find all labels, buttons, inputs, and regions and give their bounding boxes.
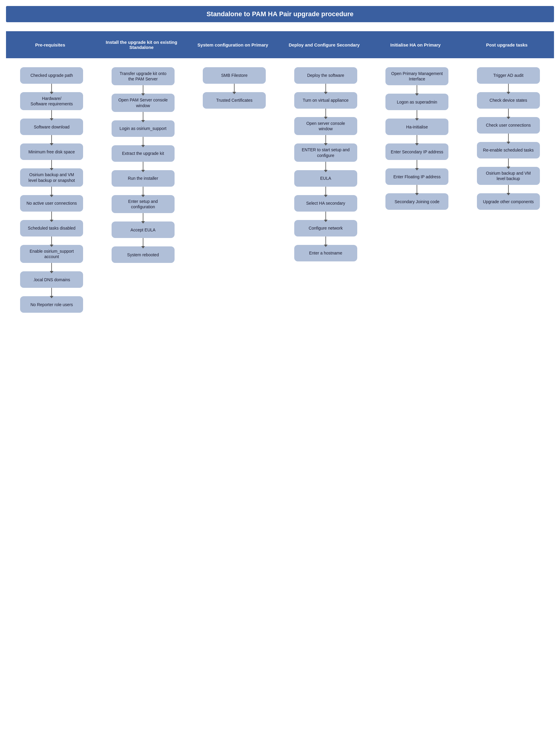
step-node: ENTER to start setup and configure xyxy=(294,143,357,161)
arrow-down xyxy=(508,109,509,117)
column-col4: Deploy and Configure SecondaryDeploy the… xyxy=(280,31,372,261)
step-node: Open PAM Server console window xyxy=(112,94,175,112)
columns-wrapper: Pre-requisitesChecked upgrade pathHardwa… xyxy=(6,31,554,313)
arrow-down xyxy=(143,137,143,145)
arrow-down xyxy=(51,288,52,296)
step-wrapper: Login as osirium_support xyxy=(112,120,175,145)
arrow-down xyxy=(508,84,509,92)
step-node: Check user connections xyxy=(477,117,540,133)
step-wrapper: Osirium backup and VM level backup or sn… xyxy=(20,168,83,195)
step-wrapper: Configure network xyxy=(294,220,357,245)
step-wrapper: Software download xyxy=(20,118,83,143)
step-wrapper: Hardware/ Software requirements xyxy=(20,92,83,118)
arrow-down xyxy=(417,185,417,193)
arrow-down xyxy=(417,110,417,118)
step-node: Turn on virtual appliance xyxy=(294,92,357,109)
step-wrapper: Enter Floating IP address xyxy=(385,168,448,193)
step-wrapper: Scheduled tasks disabled xyxy=(20,220,83,245)
step-node: Logon as superadmin xyxy=(385,94,448,110)
arrow-down xyxy=(417,160,417,168)
arrow-down xyxy=(234,84,235,92)
arrow-down xyxy=(508,158,509,167)
step-wrapper: Trusted Certificates xyxy=(203,92,266,109)
column-col6: Post upgrade tasksTrigger AD auditCheck … xyxy=(463,31,554,210)
arrow-down xyxy=(51,211,52,220)
step-node: Transfer upgrade kit onto the PAM Server xyxy=(112,67,175,85)
arrow-down xyxy=(51,263,52,271)
arrow-down xyxy=(51,84,52,92)
step-node: Open Primary Management Interface xyxy=(385,67,448,85)
step-node: Select HA secondary xyxy=(294,195,357,211)
arrow-down xyxy=(143,213,143,221)
arrow-down xyxy=(325,236,326,245)
step-wrapper: Transfer upgrade kit onto the PAM Server xyxy=(112,67,175,94)
step-node: .local DNS domains xyxy=(20,271,83,288)
step-wrapper: Open server console window xyxy=(294,117,357,143)
arrow-down xyxy=(325,211,326,220)
step-node: EULA xyxy=(294,170,357,187)
step-wrapper: Trigger AD audit xyxy=(477,67,540,92)
step-node: Enable osirium_support account xyxy=(20,245,83,263)
step-wrapper: Secondary Joining code xyxy=(385,193,448,210)
step-wrapper: SMB Filestore xyxy=(203,67,266,92)
arrow-down xyxy=(325,135,326,143)
step-wrapper: ENTER to start setup and configure xyxy=(294,143,357,170)
step-wrapper: .local DNS domains xyxy=(20,271,83,296)
step-wrapper: Logon as superadmin xyxy=(385,94,448,118)
step-node: Enter a hostname xyxy=(294,245,357,261)
column-header-col5: Initialise HA on Primary xyxy=(371,31,463,58)
step-group-col3: SMB FilestoreTrusted Certificates xyxy=(203,67,266,109)
step-node: Configure network xyxy=(294,220,357,236)
step-wrapper: Accept EULA xyxy=(112,221,175,246)
arrow-down xyxy=(508,133,509,142)
step-wrapper: Extract the upgrade kit xyxy=(112,145,175,170)
step-node: Osirium backup and VM level backup or sn… xyxy=(20,168,83,186)
step-node: Scheduled tasks disabled xyxy=(20,220,83,236)
step-wrapper: Ha-initialise xyxy=(385,118,448,143)
step-node: Trusted Certificates xyxy=(203,92,266,109)
step-node: Minimum free disk space xyxy=(20,143,83,160)
column-col3: System configuration on PrimarySMB Files… xyxy=(189,31,280,109)
step-node: Ha-initialise xyxy=(385,118,448,135)
step-wrapper: Enable osirium_support account xyxy=(20,245,83,271)
arrow-down xyxy=(325,109,326,117)
step-wrapper: Checked upgrade path xyxy=(20,67,83,92)
step-node: Secondary Joining code xyxy=(385,193,448,210)
step-wrapper: Upgrade other components xyxy=(477,193,540,210)
arrow-down xyxy=(143,162,143,170)
step-wrapper: Enter setup and configuration xyxy=(112,195,175,221)
step-node: Accept EULA xyxy=(112,221,175,238)
arrow-down xyxy=(143,187,143,195)
step-wrapper: Deploy the software xyxy=(294,67,357,92)
step-wrapper: Re-enable scheduled tasks xyxy=(477,142,540,167)
step-node: System rebooted xyxy=(112,246,175,263)
step-node: Checked upgrade path xyxy=(20,67,83,84)
step-node: Run the installer xyxy=(112,170,175,187)
arrow-down xyxy=(417,85,417,94)
column-header-col6: Post upgrade tasks xyxy=(463,31,554,58)
step-group-col4: Deploy the softwareTurn on virtual appli… xyxy=(294,67,357,261)
step-wrapper: System rebooted xyxy=(112,246,175,263)
arrow-down xyxy=(143,112,143,120)
step-node: Upgrade other components xyxy=(477,193,540,210)
arrow-down xyxy=(508,185,509,193)
step-wrapper: Minimum free disk space xyxy=(20,143,83,168)
step-node: Login as osirium_support xyxy=(112,120,175,137)
arrow-down xyxy=(51,135,52,143)
arrow-down xyxy=(325,162,326,170)
step-wrapper: Check device states xyxy=(477,92,540,117)
arrow-down xyxy=(51,236,52,245)
step-node: Osirium backup and VM level backup xyxy=(477,167,540,185)
step-node: Trigger AD audit xyxy=(477,67,540,84)
step-wrapper: Enter a hostname xyxy=(294,245,357,261)
column-header-col1: Pre-requisites xyxy=(6,31,97,58)
step-node: Enter Floating IP address xyxy=(385,168,448,185)
column-header-col4: Deploy and Configure Secondary xyxy=(280,31,372,58)
arrow-down xyxy=(417,135,417,143)
step-group-col5: Open Primary Management InterfaceLogon a… xyxy=(385,67,448,210)
step-node: Enter Secondary IP address xyxy=(385,143,448,160)
step-wrapper: Enter Secondary IP address xyxy=(385,143,448,168)
step-node: Deploy the software xyxy=(294,67,357,84)
step-node: Enter setup and configuration xyxy=(112,195,175,213)
column-col1: Pre-requisitesChecked upgrade pathHardwa… xyxy=(6,31,97,313)
